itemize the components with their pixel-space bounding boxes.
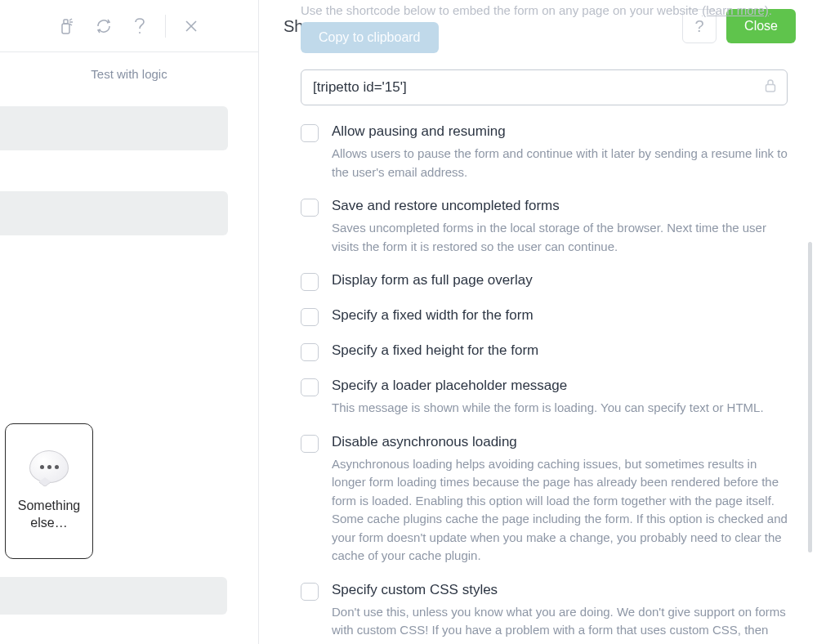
close-icon[interactable] bbox=[180, 15, 203, 38]
share-modal-body: Use the shortcode below to embed the for… bbox=[284, 0, 806, 644]
preview-question-text: lp you? bbox=[0, 260, 228, 289]
preview-placeholder-bar bbox=[0, 191, 228, 235]
option-pause: Allow pausing and resumingAllows users t… bbox=[301, 123, 788, 181]
checkbox-pause[interactable] bbox=[301, 124, 319, 142]
shortcode-value: [tripetto id='15'] bbox=[313, 79, 407, 96]
svg-line-2 bbox=[69, 19, 72, 20]
spray-icon[interactable] bbox=[56, 15, 78, 38]
speech-bubble-icon bbox=[29, 450, 69, 483]
option-description: Allows users to pause the form and conti… bbox=[332, 145, 788, 181]
checkbox-disable-async[interactable] bbox=[301, 435, 319, 453]
option-description: This message is shown while the form is … bbox=[332, 399, 788, 418]
option-body: Display form as full page overlay bbox=[332, 272, 788, 291]
option-body: Specify custom CSS stylesDon't use this,… bbox=[332, 582, 788, 645]
embed-options-list: Allow pausing and resumingAllows users t… bbox=[301, 123, 788, 644]
option-description: Saves uncompleted forms in the local sto… bbox=[332, 219, 788, 256]
toolbar-divider bbox=[165, 15, 166, 38]
option-title: Specify a fixed width for the form bbox=[332, 307, 788, 324]
option-disable-async: Disable asynchronous loadingAsynchronous… bbox=[301, 434, 788, 566]
scrollbar-thumb[interactable] bbox=[808, 242, 812, 552]
checkbox-save-restore[interactable] bbox=[301, 199, 319, 217]
option-title: Save and restore uncompleted forms bbox=[332, 198, 788, 214]
option-overlay: Display form as full page overlay bbox=[301, 272, 788, 291]
option-description: Asynchronous loading helps avoiding cach… bbox=[332, 455, 788, 566]
preview-option-label: Something else… bbox=[6, 498, 92, 532]
checkbox-fixed-width[interactable] bbox=[301, 308, 319, 326]
option-custom-css: Specify custom CSS stylesDon't use this,… bbox=[301, 582, 788, 645]
help-icon[interactable] bbox=[128, 15, 151, 38]
option-body: Disable asynchronous loadingAsynchronous… bbox=[332, 434, 788, 566]
preview-option-card[interactable]: Something else… bbox=[5, 423, 93, 559]
intro-post: . bbox=[769, 3, 772, 17]
option-body: Allow pausing and resumingAllows users t… bbox=[332, 123, 788, 181]
preview-placeholder-bar bbox=[0, 577, 227, 615]
checkbox-custom-css[interactable] bbox=[301, 583, 319, 601]
left-toolbar bbox=[0, 0, 258, 52]
form-preview: lp you? Something else… bbox=[0, 106, 259, 319]
shortcode-field[interactable]: [tripetto id='15'] bbox=[301, 69, 788, 105]
option-body: Specify a fixed height for the form bbox=[332, 342, 788, 361]
refresh-icon[interactable] bbox=[92, 15, 115, 38]
option-fixed-width: Specify a fixed width for the form bbox=[301, 307, 788, 326]
copy-to-clipboard-button[interactable]: Copy to clipboard bbox=[301, 22, 439, 53]
lock-icon bbox=[764, 78, 777, 97]
checkbox-loader-msg[interactable] bbox=[301, 378, 319, 396]
learn-more-link[interactable]: (learn more) bbox=[702, 3, 769, 17]
intro-text: Use the shortcode below to embed the for… bbox=[301, 0, 788, 17]
option-title: Specify a loader placeholder message bbox=[332, 378, 788, 394]
option-title: Disable asynchronous loading bbox=[332, 434, 788, 450]
svg-rect-0 bbox=[62, 24, 69, 34]
option-description: Don't use this, unless you know what you… bbox=[332, 603, 788, 645]
option-save-restore: Save and restore uncompleted formsSaves … bbox=[301, 198, 788, 256]
option-title: Specify custom CSS styles bbox=[332, 582, 788, 598]
option-body: Save and restore uncompleted formsSaves … bbox=[332, 198, 788, 256]
checkbox-fixed-height[interactable] bbox=[301, 343, 319, 361]
checkbox-overlay[interactable] bbox=[301, 273, 319, 291]
svg-point-5 bbox=[139, 32, 141, 34]
option-loader-msg: Specify a loader placeholder messageThis… bbox=[301, 378, 788, 418]
test-with-logic-link[interactable]: Test with logic bbox=[0, 52, 258, 96]
option-title: Specify a fixed height for the form bbox=[332, 342, 788, 359]
svg-rect-1 bbox=[64, 20, 68, 24]
preview-placeholder-bar bbox=[0, 106, 228, 150]
option-body: Specify a fixed width for the form bbox=[332, 307, 788, 326]
intro-pre: Use the shortcode below to embed the for… bbox=[301, 3, 702, 17]
builder-left-panel: Test with logic lp you? Something else… bbox=[0, 0, 259, 644]
option-title: Allow pausing and resuming bbox=[332, 123, 788, 140]
option-title: Display form as full page overlay bbox=[332, 272, 788, 288]
option-body: Specify a loader placeholder messageThis… bbox=[332, 378, 788, 418]
svg-rect-8 bbox=[766, 85, 775, 92]
option-fixed-height: Specify a fixed height for the form bbox=[301, 342, 788, 361]
